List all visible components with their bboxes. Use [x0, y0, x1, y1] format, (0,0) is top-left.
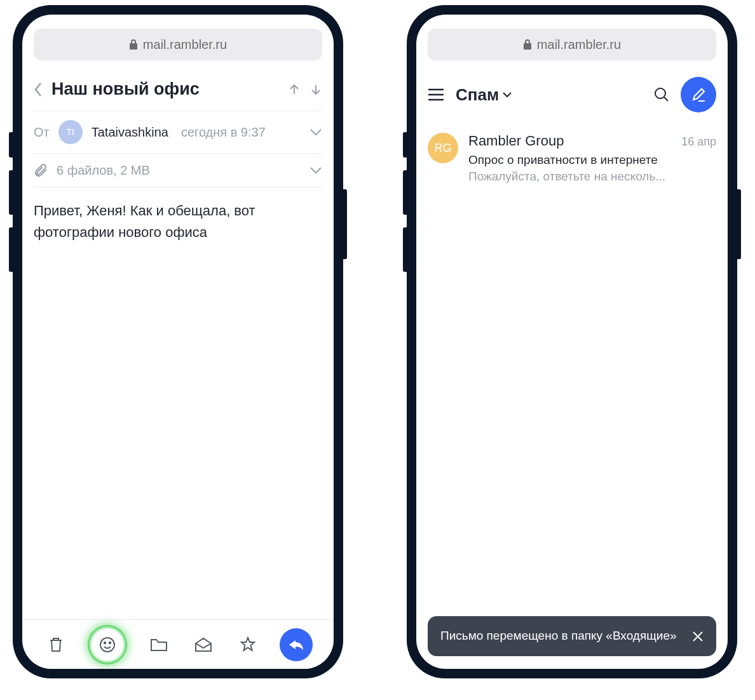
toast: Письмо перемещено в папку «Входящие»: [428, 616, 716, 656]
mark-read-button[interactable]: [191, 632, 216, 657]
folder-selector[interactable]: Спам: [456, 85, 643, 105]
search-button[interactable]: [654, 87, 669, 102]
lock-icon: [129, 39, 138, 50]
side-button: [737, 189, 741, 259]
attachments-row[interactable]: 6 файлов, 2 MB: [22, 154, 334, 187]
email-header: Наш новый офис: [22, 60, 334, 111]
prev-email-button[interactable]: [288, 83, 301, 96]
url-text: mail.rambler.ru: [537, 37, 621, 52]
url-bar[interactable]: mail.rambler.ru: [428, 29, 716, 60]
chevron-down-icon: [503, 92, 512, 98]
next-email-button[interactable]: [309, 83, 322, 96]
email-body: Привет, Женя! Как и обещала, вот фотогра…: [22, 187, 334, 256]
chevron-down-icon[interactable]: [309, 166, 322, 174]
from-label: От: [34, 125, 50, 140]
side-button: [9, 170, 13, 215]
screen-right: mail.rambler.ru Спам RG Rambler Group 16…: [416, 15, 728, 669]
mail-item[interactable]: RG Rambler Group 16 апр Опрос о приватно…: [416, 124, 728, 192]
lock-icon: [523, 39, 532, 50]
back-button[interactable]: [34, 82, 43, 97]
mail-preview: Пожалуйста, ответьте на несколь...: [468, 170, 716, 184]
menu-button[interactable]: [428, 88, 444, 101]
toast-text: Письмо перемещено в папку «Входящие»: [440, 628, 683, 645]
reply-button[interactable]: [280, 628, 313, 661]
side-button: [403, 132, 407, 158]
compose-button[interactable]: [681, 77, 716, 112]
mail-sender: Rambler Group: [468, 133, 564, 149]
sender-name: Tataivashkina: [92, 125, 168, 140]
attachments-text: 6 файлов, 2 MB: [57, 163, 150, 178]
mail-subject: Опрос о приватности в интернете: [468, 153, 716, 167]
url-text: mail.rambler.ru: [143, 37, 227, 52]
phone-right: mail.rambler.ru Спам RG Rambler Group 16…: [407, 5, 737, 678]
mail-date: 16 апр: [681, 135, 716, 149]
chevron-down-icon[interactable]: [309, 128, 322, 136]
list-header: Спам: [416, 60, 728, 124]
folder-name: Спам: [456, 85, 499, 105]
side-button: [343, 189, 347, 259]
phone-left: mail.rambler.ru Наш новый офис От TI Tat…: [13, 5, 343, 678]
sender-row[interactable]: От TI Tataivashkina сегодня в 9:37: [22, 111, 334, 153]
side-button: [403, 170, 407, 215]
move-to-folder-button[interactable]: [146, 632, 172, 657]
mail-content: Rambler Group 16 апр Опрос о приватности…: [468, 133, 716, 184]
sender-date: сегодня в 9:37: [181, 125, 266, 140]
sender-avatar: TI: [58, 120, 83, 144]
screen-left: mail.rambler.ru Наш новый офис От TI Tat…: [22, 15, 334, 669]
star-button[interactable]: [235, 632, 261, 657]
url-bar[interactable]: mail.rambler.ru: [34, 29, 322, 60]
svg-point-0: [100, 638, 114, 652]
email-subject: Наш новый офис: [51, 79, 279, 99]
delete-button[interactable]: [43, 632, 69, 657]
svg-point-2: [109, 642, 111, 643]
side-button: [9, 132, 13, 158]
bottom-toolbar: [22, 619, 334, 669]
toast-close-button[interactable]: [692, 631, 704, 642]
svg-point-1: [104, 642, 105, 643]
side-button: [9, 227, 13, 272]
side-button: [403, 227, 407, 272]
svg-point-3: [655, 88, 665, 98]
paperclip-icon: [34, 163, 48, 178]
not-spam-button[interactable]: [88, 625, 127, 664]
mail-avatar: RG: [428, 133, 458, 163]
